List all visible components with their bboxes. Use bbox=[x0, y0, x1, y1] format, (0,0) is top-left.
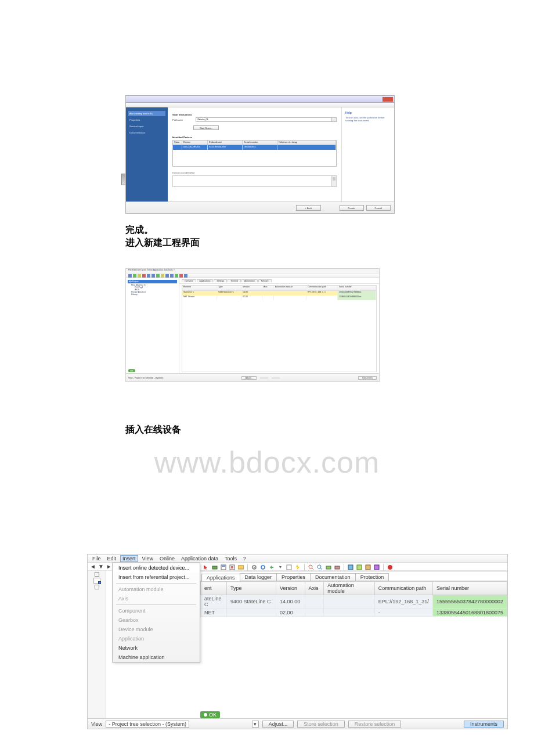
toolbar-icon[interactable] bbox=[175, 274, 178, 278]
close-icon[interactable] bbox=[383, 97, 393, 102]
toolbar-icon[interactable] bbox=[229, 564, 236, 571]
table-row[interactable]: ateLine C 9400 StateLine C 14.00.00 EPL:… bbox=[201, 595, 507, 609]
toolbar-icon[interactable] bbox=[356, 564, 363, 571]
toolbar-icon[interactable] bbox=[373, 564, 380, 571]
menu-application[interactable]: Application bbox=[113, 634, 200, 643]
toolbar-icon[interactable] bbox=[128, 274, 132, 278]
forward-icon[interactable]: ► bbox=[106, 563, 112, 570]
sidebar-item-selected[interactable]: Add existing axis to B+ bbox=[128, 111, 165, 116]
toolbar-icon[interactable] bbox=[268, 564, 275, 571]
tab-applications[interactable]: Applications bbox=[201, 574, 240, 581]
gear-icon[interactable] bbox=[251, 564, 258, 571]
toolbar-icon[interactable] bbox=[147, 274, 150, 278]
menu-help[interactable]: ? bbox=[241, 556, 248, 561]
cursor-icon[interactable] bbox=[203, 564, 210, 571]
menu-insert-detected[interactable]: Insert online detected device... bbox=[113, 563, 200, 573]
sidebar-item-documentation[interactable]: Documentation bbox=[128, 130, 165, 135]
menubar[interactable]: File Edit Insert View Online Application… bbox=[88, 555, 507, 563]
menubar[interactable]: File Edit Insert View Online Application… bbox=[126, 269, 379, 273]
scrollbar-thumb[interactable] bbox=[333, 177, 335, 181]
toolbar-icon[interactable] bbox=[138, 274, 141, 278]
tab-datalogger[interactable]: Data logger bbox=[240, 573, 277, 581]
menu-insert[interactable]: Insert bbox=[120, 555, 138, 562]
toolbar-icon[interactable] bbox=[334, 564, 341, 571]
toolbar-icon[interactable] bbox=[220, 564, 227, 571]
menu-file[interactable]: File bbox=[90, 556, 103, 561]
menu-online[interactable]: Online bbox=[157, 556, 177, 561]
menu-appdata[interactable]: Application data bbox=[179, 556, 221, 561]
menu-machine-application[interactable]: Machine application bbox=[113, 653, 200, 662]
back-icon[interactable]: ◄ bbox=[90, 563, 96, 570]
toolbar-icon[interactable] bbox=[184, 274, 187, 278]
content-tabs[interactable]: Overview Applications Settings Thermal A… bbox=[179, 278, 379, 284]
menu-axis[interactable]: Axis bbox=[113, 594, 200, 603]
chevron-down-icon[interactable]: ▼ bbox=[98, 563, 104, 570]
back-button[interactable]: < Back bbox=[296, 205, 320, 211]
toolbar-icon[interactable] bbox=[365, 564, 371, 571]
gear-icon[interactable] bbox=[259, 564, 266, 571]
menu-gearbox[interactable]: Gearbox bbox=[113, 615, 200, 625]
chevron-down-icon[interactable]: ▼ bbox=[277, 564, 284, 571]
table-row[interactable]: NET 02.00 - 13380554450168801800075 bbox=[201, 609, 507, 617]
tree-icon[interactable] bbox=[93, 578, 100, 584]
toolbar-icon[interactable] bbox=[133, 274, 136, 278]
expand-all-icon[interactable] bbox=[95, 572, 99, 577]
insert-dropdown[interactable]: Insert online detected device... Insert … bbox=[112, 563, 200, 663]
menu-edit[interactable]: Edit bbox=[105, 556, 119, 561]
adjust-button[interactable]: Adjust... bbox=[241, 376, 257, 380]
table-row[interactable]: axis_08_GR201 94xx ServoDrive DE2000xxx bbox=[173, 145, 336, 150]
scrollbar[interactable] bbox=[331, 176, 336, 186]
instruments-button[interactable]: Instruments bbox=[358, 376, 377, 380]
menu-component[interactable]: Component bbox=[113, 606, 200, 615]
status-view-value[interactable]: - Project tree selection - (System) bbox=[106, 721, 189, 728]
toolbar-icon[interactable] bbox=[237, 564, 244, 571]
tree-item[interactable]: Library bbox=[128, 293, 177, 296]
table-row[interactable]: NET Stream 02.00 133805544016880100xx bbox=[182, 296, 376, 300]
toolbar-icon[interactable] bbox=[347, 564, 354, 571]
toolbar-icon[interactable] bbox=[211, 564, 218, 571]
content-tabs[interactable]: Applications Data logger Properties Docu… bbox=[200, 572, 507, 581]
tab[interactable]: Network bbox=[258, 279, 272, 282]
menu-network[interactable]: Network bbox=[113, 643, 200, 653]
toolbar-icon[interactable] bbox=[286, 564, 293, 571]
sidebar-item-service[interactable]: Service/repair bbox=[128, 124, 165, 129]
toolbar-icon[interactable] bbox=[161, 274, 164, 278]
status-button[interactable] bbox=[260, 377, 268, 379]
chevron-down-icon[interactable] bbox=[331, 118, 336, 121]
tab[interactable]: Applications bbox=[197, 279, 214, 282]
pathname-input[interactable]: //Modue_08 bbox=[196, 117, 337, 122]
tab[interactable]: Automation bbox=[241, 279, 258, 282]
toolbar-icon[interactable] bbox=[170, 274, 174, 278]
restore-selection-button[interactable]: Restore selection bbox=[348, 721, 402, 728]
table-row[interactable]: StateLine C 9400 StateLine C 14.00 EPL:/… bbox=[182, 291, 376, 296]
tree-root[interactable]: My Project bbox=[128, 280, 177, 283]
tab-protection[interactable]: Protection bbox=[355, 573, 389, 581]
tab[interactable]: Overview bbox=[182, 279, 196, 282]
menu-view[interactable]: View bbox=[140, 556, 156, 561]
toolbar-icon[interactable] bbox=[156, 274, 160, 278]
start-scan-button[interactable]: Start Scan... bbox=[193, 125, 219, 130]
toolbar-icon[interactable] bbox=[165, 274, 169, 278]
lightning-icon[interactable] bbox=[294, 564, 301, 571]
chevron-down-icon[interactable]: ▾ bbox=[252, 721, 259, 728]
project-tree[interactable]: My Project New Machine X PLCPrg1 AXIS Re… bbox=[126, 278, 179, 373]
instruments-button[interactable]: Instruments bbox=[464, 721, 504, 728]
toolbar-icon[interactable] bbox=[179, 274, 183, 278]
tab[interactable]: Settings bbox=[214, 279, 227, 282]
status-button[interactable] bbox=[272, 377, 280, 379]
cancel-button[interactable]: Cancel bbox=[366, 205, 391, 211]
search-icon[interactable] bbox=[316, 564, 323, 571]
record-icon[interactable] bbox=[387, 564, 394, 571]
menu-automation-module[interactable]: Automation module bbox=[113, 585, 200, 594]
toolbar-icon[interactable] bbox=[142, 274, 146, 278]
menu-insert-referential[interactable]: Insert from referential project... bbox=[113, 573, 200, 582]
create-button[interactable]: Create bbox=[340, 205, 364, 211]
adjust-button[interactable]: Adjust... bbox=[262, 721, 294, 728]
collapse-icon[interactable] bbox=[95, 585, 99, 589]
menu-device-module[interactable]: Device module bbox=[113, 625, 200, 634]
store-selection-button[interactable]: Store selection bbox=[297, 721, 345, 728]
tab-properties[interactable]: Properties bbox=[276, 573, 311, 581]
tab-documentation[interactable]: Documentation bbox=[310, 573, 356, 581]
toolbar-icon[interactable] bbox=[325, 564, 332, 571]
search-icon[interactable] bbox=[308, 564, 315, 571]
